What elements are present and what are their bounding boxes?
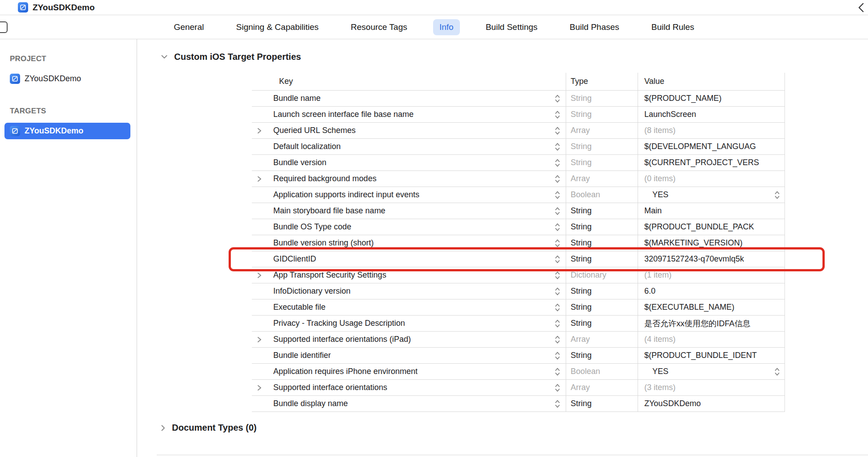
- key-stepper-icon[interactable]: [555, 367, 560, 377]
- table-row[interactable]: Bundle display name String ZYouSDKDemo: [252, 396, 785, 412]
- property-key[interactable]: Bundle OS Type code: [273, 222, 351, 232]
- document-types-section-header[interactable]: Document Types (0): [161, 423, 868, 433]
- key-stepper-icon[interactable]: [555, 158, 560, 168]
- key-stepper-icon[interactable]: [555, 399, 560, 409]
- property-value[interactable]: 320971527243-q70evmlq5k: [644, 254, 744, 264]
- sidebar-toggle-icon[interactable]: [0, 21, 8, 33]
- table-row[interactable]: Application supports indirect input even…: [252, 187, 785, 203]
- property-value-cell[interactable]: YES: [638, 364, 785, 379]
- disclosure-chevron-icon[interactable]: [257, 337, 264, 343]
- property-value[interactable]: 是否允许xx使用您的IDFA信息: [644, 318, 751, 329]
- property-value[interactable]: YES: [644, 367, 668, 376]
- disclosure-chevron-icon[interactable]: [257, 128, 264, 134]
- key-stepper-icon[interactable]: [555, 142, 560, 152]
- property-value[interactable]: (8 items): [644, 126, 676, 135]
- property-type-popup[interactable]: String: [566, 251, 638, 267]
- property-value[interactable]: $(PRODUCT_BUNDLE_PACK: [644, 222, 754, 232]
- property-value[interactable]: 6.0: [644, 287, 655, 296]
- property-value-cell[interactable]: $(DEVELOPMENT_LANGUAG: [638, 139, 785, 154]
- value-stepper-icon[interactable]: [774, 367, 780, 377]
- property-type-popup[interactable]: String: [566, 235, 638, 251]
- property-value[interactable]: $(CURRENT_PROJECT_VERS: [644, 158, 759, 167]
- property-type-popup[interactable]: Boolean: [566, 187, 638, 203]
- property-value[interactable]: (1 item): [644, 270, 672, 280]
- disclosure-chevron-icon[interactable]: [257, 385, 264, 391]
- table-row[interactable]: Executable file String $(EXECUTABLE_NAME…: [252, 299, 785, 316]
- key-stepper-icon[interactable]: [555, 126, 560, 136]
- property-type-popup[interactable]: Dictionary: [566, 267, 638, 283]
- tab-build-settings[interactable]: Build Settings: [480, 19, 544, 35]
- property-key[interactable]: Default localization: [273, 142, 341, 151]
- property-type-popup[interactable]: Array: [566, 332, 638, 347]
- property-value[interactable]: $(EXECUTABLE_NAME): [644, 303, 734, 312]
- property-value-cell[interactable]: $(EXECUTABLE_NAME): [638, 299, 785, 315]
- property-type-popup[interactable]: String: [566, 107, 638, 122]
- table-row[interactable]: Privacy - Tracking Usage Description Str…: [252, 316, 785, 332]
- table-row[interactable]: Bundle name String $(PRODUCT_NAME): [252, 91, 785, 107]
- key-stepper-icon[interactable]: [555, 206, 560, 216]
- property-key[interactable]: Bundle version string (short): [273, 238, 374, 248]
- property-type-popup[interactable]: Boolean: [566, 364, 638, 379]
- property-value-cell[interactable]: YES: [638, 187, 785, 203]
- property-value-cell[interactable]: LaunchScreen: [638, 107, 785, 122]
- section-collapsed-chevron-icon[interactable]: [161, 424, 166, 432]
- key-stepper-icon[interactable]: [555, 287, 560, 296]
- table-row[interactable]: Queried URL Schemes Array (8 items): [252, 123, 785, 139]
- property-value-cell[interactable]: Main: [638, 203, 785, 219]
- section-expanded-chevron-icon[interactable]: [161, 54, 168, 59]
- property-key[interactable]: GIDClientID: [273, 254, 316, 264]
- table-row[interactable]: Supported interface orientations Array (…: [252, 380, 785, 396]
- tab-general[interactable]: General: [167, 19, 210, 35]
- property-value-cell[interactable]: (8 items): [638, 123, 785, 138]
- property-key[interactable]: Bundle version: [273, 158, 326, 167]
- property-type-popup[interactable]: String: [566, 219, 638, 235]
- key-stepper-icon[interactable]: [555, 222, 560, 232]
- key-stepper-icon[interactable]: [555, 94, 560, 104]
- property-type-popup[interactable]: String: [566, 139, 638, 154]
- property-key[interactable]: Main storyboard file base name: [273, 206, 385, 216]
- sidebar-item-project[interactable]: ZYouSDKDemo: [4, 71, 130, 87]
- property-key[interactable]: Supported interface orientations: [273, 383, 387, 392]
- key-stepper-icon[interactable]: [555, 383, 560, 393]
- property-key[interactable]: Application supports indirect input even…: [273, 190, 419, 199]
- key-stepper-icon[interactable]: [555, 174, 560, 184]
- table-row[interactable]: InfoDictionary version String 6.0: [252, 283, 785, 299]
- property-value-cell[interactable]: $(PRODUCT_BUNDLE_IDENT: [638, 348, 785, 363]
- table-row[interactable]: Launch screen interface file base name S…: [252, 107, 785, 123]
- tab-info[interactable]: Info: [433, 19, 460, 35]
- property-value-cell[interactable]: 是否允许xx使用您的IDFA信息: [638, 316, 785, 331]
- disclosure-chevron-icon[interactable]: [257, 176, 264, 182]
- property-value[interactable]: (0 items): [644, 174, 676, 183]
- custom-properties-section-header[interactable]: Custom iOS Target Properties: [161, 52, 868, 62]
- property-type-popup[interactable]: String: [566, 299, 638, 315]
- property-value[interactable]: YES: [644, 190, 668, 199]
- property-type-popup[interactable]: String: [566, 203, 638, 219]
- property-type-popup[interactable]: String: [566, 396, 638, 411]
- property-value[interactable]: $(PRODUCT_NAME): [644, 94, 722, 103]
- property-value-cell[interactable]: (0 items): [638, 171, 785, 187]
- property-key[interactable]: Bundle name: [273, 94, 321, 103]
- property-key[interactable]: InfoDictionary version: [273, 287, 351, 296]
- property-key[interactable]: Privacy - Tracking Usage Description: [273, 319, 405, 328]
- table-row[interactable]: GIDClientID String 320971527243-q70evmlq…: [252, 251, 785, 267]
- tab-resource-tags[interactable]: Resource Tags: [345, 19, 413, 35]
- property-type-popup[interactable]: String: [566, 155, 638, 170]
- property-key[interactable]: Application requires iPhone environment: [273, 367, 417, 376]
- property-value[interactable]: (4 items): [644, 335, 676, 344]
- property-key[interactable]: Queried URL Schemes: [273, 126, 355, 135]
- property-value-cell[interactable]: (1 item): [638, 267, 785, 283]
- property-value-cell[interactable]: (4 items): [638, 332, 785, 347]
- property-value[interactable]: $(PRODUCT_BUNDLE_IDENT: [644, 351, 757, 360]
- table-row[interactable]: Required background modes Array (0 items…: [252, 171, 785, 187]
- property-value-cell[interactable]: 320971527243-q70evmlq5k: [638, 251, 785, 267]
- property-value[interactable]: ZYouSDKDemo: [644, 399, 701, 408]
- property-value[interactable]: (3 items): [644, 383, 676, 392]
- property-key[interactable]: Required background modes: [273, 174, 376, 183]
- key-stepper-icon[interactable]: [555, 351, 560, 361]
- tab-build-rules[interactable]: Build Rules: [645, 19, 701, 35]
- table-row[interactable]: Application requires iPhone environment …: [252, 364, 785, 380]
- table-row[interactable]: App Transport Security Settings Dictiona…: [252, 267, 785, 283]
- property-key[interactable]: App Transport Security Settings: [273, 270, 386, 280]
- property-type-popup[interactable]: String: [566, 91, 638, 106]
- property-type-popup[interactable]: Array: [566, 123, 638, 138]
